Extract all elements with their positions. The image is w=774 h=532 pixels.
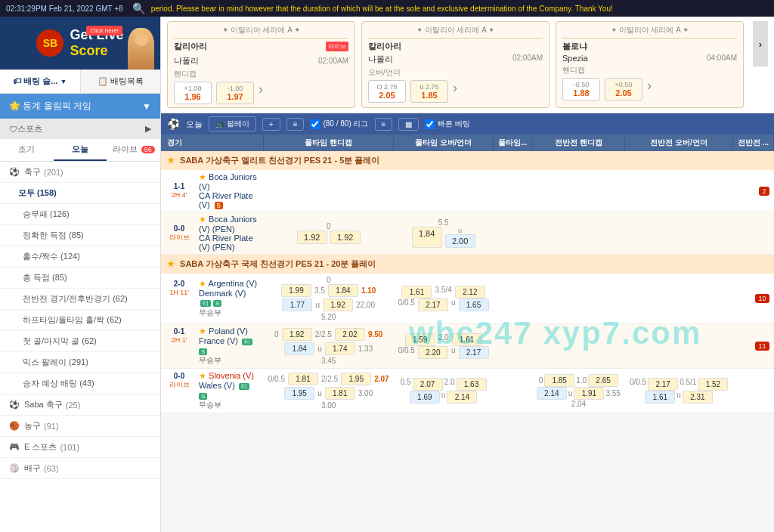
category-all[interactable]: 모두 (158) [0, 183, 160, 204]
category-basketball[interactable]: 🏀 농구 (91) [0, 416, 160, 437]
category-win-draw-lose[interactable]: 승무패 (126) [0, 204, 160, 225]
tab-today[interactable]: 오늘 [54, 139, 107, 161]
team1-name[interactable]: Poland (V) [209, 326, 248, 336]
team2-name[interactable]: France (V) [199, 336, 238, 345]
betting-tab-slip[interactable]: 🏷 배팅 슬... ▼ [0, 70, 81, 93]
category-mix-parlay[interactable]: 믹스 팔레이 (291) [0, 352, 160, 373]
odds-val[interactable]: 1.95 [284, 387, 314, 400]
odds-val[interactable]: 1.92 [330, 230, 361, 244]
sort-btn[interactable]: ≡ [286, 118, 305, 131]
category-winner[interactable]: 승자 예상 배팅 (43) [0, 373, 160, 394]
arrow-icon-1[interactable]: › [453, 80, 457, 103]
category-total-goals[interactable]: 총 득점 (85) [0, 268, 160, 289]
checkbox-leagues-input[interactable] [310, 119, 320, 129]
category-exact-score[interactable]: 정확한 득점 (85) [0, 225, 160, 246]
category-ht-ft-odd[interactable]: 하프타임/풀타임 홀/짝 (62) [0, 310, 160, 331]
view-btn[interactable]: ▦ [398, 118, 419, 131]
star-icon[interactable]: ★ [199, 371, 206, 380]
odds-val[interactable]: 2.17 [648, 378, 678, 391]
odds-val[interactable]: 2.20 [418, 346, 448, 359]
olympics-label: 동계 올림픽 게임 [23, 101, 91, 111]
saba-soccer-icon: ⚽ [9, 400, 20, 410]
odds-val[interactable]: 1.99 [281, 284, 311, 297]
odds-val[interactable]: 2.07 [413, 378, 443, 391]
star-icon[interactable]: ★ [199, 172, 206, 181]
odds-val[interactable]: 1.95 [341, 373, 371, 385]
star-icon[interactable]: ★ [199, 326, 206, 336]
odds-val[interactable]: 2.12 [455, 286, 485, 298]
team2-name[interactable]: Denmark (V) [199, 289, 246, 298]
category-saba-soccer[interactable]: ⚽ Saba 축구 (25) [0, 394, 160, 416]
odds-btn-0-0[interactable]: +1.00 1.96 [174, 82, 212, 104]
odds-val[interactable]: 2.00 [445, 234, 475, 248]
odds-val[interactable]: 1.84 [412, 227, 442, 248]
odds-val[interactable]: 1.74 [325, 342, 355, 355]
odds-val[interactable]: 1.63 [457, 378, 487, 391]
click-badge[interactable]: Click here! [86, 26, 122, 36]
ft-other-cell [494, 212, 532, 255]
league-filter-btn[interactable]: ≡ [375, 118, 393, 131]
team1-name[interactable]: Boca Juniors (V) (PEN) [199, 215, 257, 234]
olympics-section[interactable]: 🌟 동계 올림픽 게임 ▼ [0, 94, 160, 119]
odds-btn-1-0[interactable]: O 2.75 2.05 [368, 80, 406, 103]
team1-name[interactable]: Slovenia (V) [209, 371, 254, 380]
category-halftime[interactable]: 전반전 경기/전후반경기 (62) [0, 289, 160, 310]
team2-name[interactable]: CA River Plate (V) (PEN) [199, 234, 253, 252]
odds-val[interactable]: 1.85 [544, 374, 574, 387]
odds-btn-2-0[interactable]: -0.50 1.88 [562, 78, 600, 101]
live-filter-btn[interactable]: 📺 팔레이 [209, 116, 256, 131]
star-icon[interactable]: ★ [199, 215, 206, 224]
odds-val[interactable]: 1.69 [410, 391, 440, 404]
odds-val[interactable]: 1.92 [297, 230, 327, 244]
team1-name[interactable]: Argentina (V) [208, 279, 257, 288]
star-icon[interactable]: ★ [199, 279, 206, 288]
search-icon[interactable]: 🔍 [132, 2, 145, 14]
tab-early[interactable]: 조기 [0, 139, 54, 161]
odds-val[interactable]: 2.31 [683, 391, 713, 404]
category-soccer[interactable]: ⚽ 축구 (201) [0, 162, 160, 183]
odds-val[interactable]: 1.61 [452, 333, 482, 346]
category-volleyball[interactable]: 🏐 배구 (63) [0, 458, 160, 479]
marquee-text: period. Please bear in mind however that… [151, 5, 768, 13]
odds-val[interactable]: 2.14 [537, 387, 567, 400]
odds-val[interactable]: 2.17 [418, 298, 448, 311]
scroll-right-button[interactable]: › [753, 21, 768, 66]
odds-val[interactable]: 2.02 [335, 328, 365, 341]
team1-name[interactable]: Boca Juniors (V) [199, 172, 257, 191]
odds-val[interactable]: 2.17 [459, 346, 489, 359]
team2-name[interactable]: CA River Plate (V) [199, 191, 253, 209]
matches-table: 경기 풀타임 핸디캡 풀타임 오버/언더 풀타임... 전반전 핸디캡 전반전 … [161, 135, 774, 413]
odds-val[interactable]: 2.65 [588, 374, 618, 387]
odds-val[interactable]: 1.81 [325, 387, 355, 400]
team2-name[interactable]: Wales (V) [199, 381, 235, 390]
odds-val[interactable]: 2.14 [447, 391, 477, 404]
arrow-icon-0[interactable]: › [259, 82, 263, 104]
odds-val[interactable]: 1.65 [459, 298, 489, 311]
table-row: 1-1 2H 4' ★ Boca Juniors (V) CA River Pl… [161, 170, 774, 212]
logo-banner[interactable]: SB Get Live Score Click here! [0, 17, 160, 70]
category-esports[interactable]: 🎮 E 스포츠 (101) [0, 437, 160, 458]
odds-val[interactable]: 1.59 [405, 333, 435, 346]
odds-val[interactable]: 1.81 [288, 373, 318, 385]
odds-val[interactable]: 1.91 [574, 387, 604, 400]
odds-val[interactable]: 1.92 [323, 298, 353, 311]
odds-val[interactable]: 1.84 [328, 284, 358, 297]
odds-card-1-header: ✦ 이탈리아 세리에 A ✦ [368, 25, 543, 39]
odds-btn-0-1[interactable]: -1.00 1.97 [216, 82, 254, 104]
odds-val[interactable]: 1.84 [284, 342, 314, 355]
arrow-icon-2[interactable]: › [647, 78, 652, 101]
checkbox-quick-input[interactable] [425, 119, 435, 129]
odds-btn-2-1[interactable]: +0.50 2.05 [605, 78, 642, 101]
category-first-last-goal[interactable]: 첫 골/마지막 골 (62) [0, 331, 160, 352]
odds-val[interactable]: 1.52 [698, 378, 728, 391]
odds-val[interactable]: 1.61 [645, 391, 675, 404]
odds-btn-1-1[interactable]: u 2.75 1.85 [410, 80, 448, 103]
tab-live[interactable]: 라이브 56 [107, 139, 160, 161]
section-star-2: ★ [167, 259, 175, 268]
odds-val[interactable]: 1.61 [401, 286, 432, 298]
plus-btn[interactable]: + [262, 118, 280, 131]
betting-tab-history[interactable]: 📋 배팅목록 [81, 70, 161, 93]
odds-val[interactable]: 1.77 [282, 298, 312, 311]
category-odd-even[interactable]: 홀수/짝수 (124) [0, 246, 160, 268]
odds-val[interactable]: 1.92 [282, 328, 312, 341]
